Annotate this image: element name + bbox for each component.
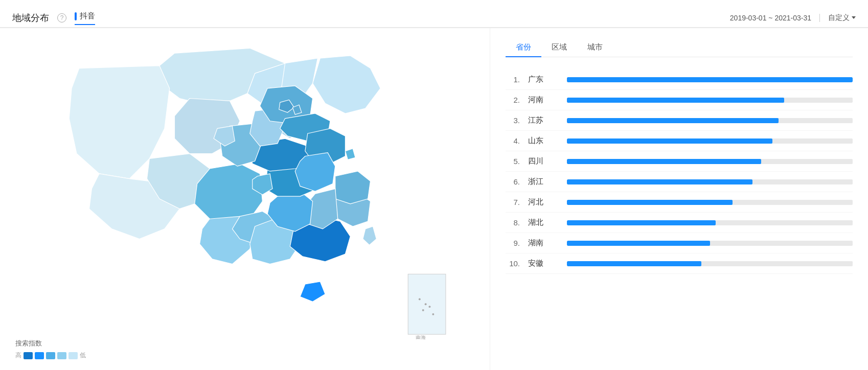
svg-point-3 (422, 309, 424, 311)
south-sea-box (408, 274, 446, 334)
rank-item-8: 8.湖北 (506, 213, 853, 233)
bar-container (567, 241, 853, 246)
bar-container (567, 220, 853, 225)
heilongjiang (313, 56, 381, 113)
bar-container (567, 159, 853, 164)
rank-name: 浙江 (528, 177, 559, 187)
bar-fill (567, 200, 733, 205)
bar-fill (567, 220, 716, 225)
help-icon[interactable]: ? (57, 13, 66, 22)
legend-box-5 (68, 352, 78, 359)
page-header: 地域分布 ? 抖音 2019-03-01 ~ 2021-03-31 自定义 (0, 0, 868, 28)
tab-region[interactable]: 区域 (541, 38, 577, 57)
platform-bar-icon (75, 12, 77, 20)
tab-bar: 省份 区域 城市 (506, 38, 853, 57)
rank-item-10: 10.安徽 (506, 253, 853, 274)
custom-button[interactable]: 自定义 (828, 13, 856, 22)
bar-fill (567, 241, 710, 246)
legend-title: 搜索指数 (15, 339, 86, 348)
rank-list: 1.广东2.河南3.江苏4.山东5.四川6.浙江7.河北8.湖北9.湖南10.安… (506, 70, 853, 274)
platform-label: 抖音 (80, 11, 95, 21)
header-right: 2019-03-01 ~ 2021-03-31 自定义 (730, 13, 856, 22)
rank-name: 湖北 (528, 218, 559, 227)
legend-box-1 (24, 352, 33, 359)
bar-container (567, 261, 853, 266)
rank-number: 2. (506, 96, 520, 104)
svg-point-4 (429, 306, 431, 308)
rank-item-9: 9.湖南 (506, 233, 853, 253)
bar-fill (567, 179, 752, 184)
rank-name: 河北 (528, 197, 559, 207)
taiwan (363, 226, 377, 245)
hainan (300, 282, 325, 302)
bar-container (567, 77, 853, 82)
svg-point-5 (432, 313, 434, 315)
bar-container (567, 200, 853, 205)
bar-fill (567, 118, 779, 123)
rank-name: 山东 (528, 136, 559, 146)
main-content: .province { stroke: #fff; stroke-width: … (0, 28, 868, 370)
rank-name: 广东 (528, 75, 559, 84)
rank-name: 湖南 (528, 238, 559, 248)
bar-container (567, 179, 853, 184)
legend: 搜索指数 高 低 (15, 339, 86, 360)
rank-item-4: 4.山东 (506, 131, 853, 151)
rank-number: 8. (506, 218, 520, 227)
bar-container (567, 98, 853, 103)
rank-name: 河南 (528, 95, 559, 105)
rank-item-2: 2.河南 (506, 90, 853, 110)
bar-fill (567, 77, 853, 82)
china-map-svg: .province { stroke: #fff; stroke-width: … (0, 28, 490, 339)
rank-item-5: 5.四川 (506, 151, 853, 172)
shanghai (345, 149, 355, 160)
custom-label: 自定义 (828, 13, 850, 22)
bar-fill (567, 261, 701, 266)
tab-province[interactable]: 省份 (506, 38, 541, 57)
svg-point-2 (425, 303, 427, 305)
rank-number: 5. (506, 157, 520, 166)
rank-item-3: 3.江苏 (506, 110, 853, 131)
rank-number: 7. (506, 198, 520, 206)
rank-item-7: 7.河北 (506, 192, 853, 213)
tab-city[interactable]: 城市 (577, 38, 613, 57)
legend-low: 低 (80, 351, 86, 360)
svg-point-1 (419, 298, 421, 300)
legend-box-3 (46, 352, 55, 359)
map-area: .province { stroke: #fff; stroke-width: … (0, 28, 490, 370)
rank-name: 江苏 (528, 115, 559, 125)
rank-number: 9. (506, 239, 520, 247)
legend-high: 高 (15, 351, 21, 360)
right-panel: 省份 区域 城市 1.广东2.河南3.江苏4.山东5.四川6.浙江7.河北8.湖… (490, 28, 868, 370)
platform-selector[interactable]: 抖音 (75, 11, 95, 25)
legend-scale: 高 低 (15, 351, 86, 360)
rank-number: 3. (506, 116, 520, 125)
divider (819, 14, 820, 22)
bar-container (567, 118, 853, 123)
rank-name: 安徽 (528, 259, 559, 268)
rank-number: 10. (506, 259, 520, 268)
date-range: 2019-03-01 ~ 2021-03-31 (730, 14, 811, 22)
svg-text:南海: 南海 (416, 335, 426, 339)
chevron-down-icon (852, 16, 856, 19)
bar-fill (567, 98, 784, 103)
legend-box-4 (57, 352, 66, 359)
header-left: 地域分布 ? 抖音 (12, 11, 95, 24)
bar-fill (567, 159, 761, 164)
rank-item-1: 1.广东 (506, 70, 853, 90)
page-title: 地域分布 (12, 12, 49, 24)
rank-number: 6. (506, 177, 520, 186)
bar-container (567, 138, 853, 144)
rank-number: 4. (506, 136, 520, 145)
rank-number: 1. (506, 75, 520, 84)
china-map-container: .province { stroke: #fff; stroke-width: … (0, 28, 490, 339)
rank-item-6: 6.浙江 (506, 172, 853, 192)
rank-name: 四川 (528, 156, 559, 166)
bar-fill (567, 138, 772, 144)
zhejiang (335, 171, 371, 204)
legend-box-2 (35, 352, 44, 359)
